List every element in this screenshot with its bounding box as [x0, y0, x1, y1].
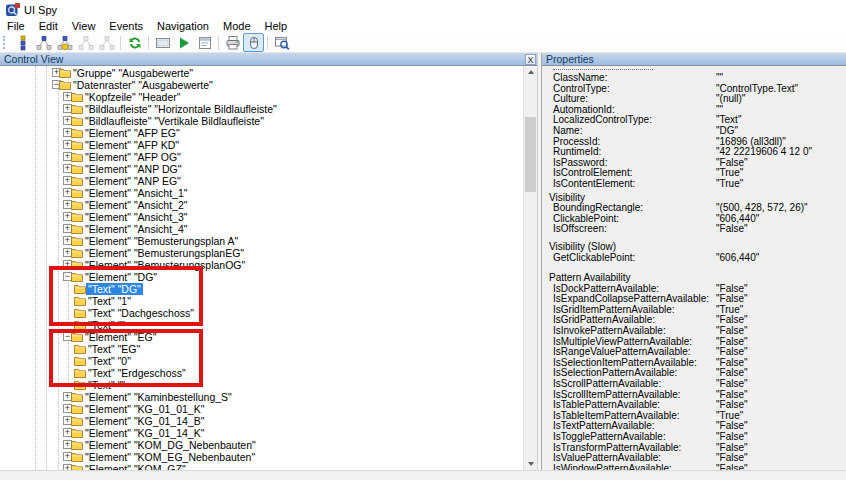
- bottom-strip: [0, 470, 846, 480]
- tree-item[interactable]: +"Element" "Ansicht_2": [0, 199, 524, 211]
- tree-item[interactable]: "Text" "Erdgeschoss": [0, 367, 524, 379]
- events-window-button[interactable]: [194, 33, 215, 52]
- tree-item-label: "Element" "KG_01_01_K": [83, 403, 206, 415]
- tree-guide-line: [68, 342, 69, 384]
- tree-item-label: "Gruppe" "Ausgabewerte": [71, 67, 195, 79]
- tree-item-label: "Text" "0": [86, 355, 133, 367]
- tree-item[interactable]: +"Element" "Ansicht_1": [0, 187, 524, 199]
- tree-item[interactable]: −"Datenraster" "Ausgabewerte": [0, 79, 524, 91]
- folder-icon: [71, 104, 83, 114]
- folder-icon: [74, 356, 86, 366]
- tree-item-label: "Text" "Erdgeschoss": [86, 367, 188, 379]
- property-value: "DG": [716, 126, 846, 137]
- screen-button[interactable]: [152, 33, 173, 52]
- tree-item[interactable]: +"Element" "BemusterungsplanOG": [0, 259, 524, 271]
- tree-item[interactable]: +"Element" "AFP EG": [0, 127, 524, 139]
- control-view-button[interactable]: [54, 33, 75, 52]
- tree-item[interactable]: +"Element" "Ansicht_3": [0, 211, 524, 223]
- raw-view-button[interactable]: [33, 33, 54, 52]
- menu-file[interactable]: File: [0, 19, 32, 33]
- property-row: IsTogglePatternAvailable:"False": [542, 432, 846, 443]
- tree-item[interactable]: +"Element" "Kaminbestellung_S": [0, 391, 524, 403]
- tree-item-label: "Datenraster" "Ausgabewerte": [71, 79, 215, 91]
- tree-item[interactable]: +"Element" "ANP DG": [0, 163, 524, 175]
- property-row: GetClickablePoint:"606,440": [542, 253, 846, 264]
- control-view-header: Control View X: [0, 53, 538, 66]
- tree-item[interactable]: +"Element" "AFP KD": [0, 139, 524, 151]
- menu-mode[interactable]: Mode: [216, 19, 258, 33]
- tree-item-label: "Element" "BemusterungsplanOG": [83, 259, 247, 271]
- menu-help[interactable]: Help: [258, 19, 295, 33]
- tree-item[interactable]: −"Element" "DG": [0, 271, 524, 283]
- folder-icon: [71, 212, 83, 222]
- folder-icon: [71, 140, 83, 150]
- property-label: IsContentElement:: [553, 179, 716, 190]
- tree-item[interactable]: +"Kopfzeile" "Header": [0, 91, 524, 103]
- close-button[interactable]: X: [525, 54, 536, 65]
- tree-item[interactable]: +"Element" "Ansicht_4": [0, 223, 524, 235]
- folder-icon: [71, 272, 83, 282]
- control-view-panel: Control View X +"Gruppe" "Ausgabewerte"−…: [0, 53, 538, 470]
- menu-edit[interactable]: Edit: [32, 19, 65, 33]
- tree-item-label: "Element" "AFP EG": [83, 127, 182, 139]
- scroll-down-icon[interactable]: [524, 458, 537, 470]
- folder-icon: [74, 296, 86, 306]
- tree-item-label: "Element" "Ansicht_1": [83, 187, 189, 199]
- tree-item[interactable]: +"Gruppe" "Ausgabewerte": [0, 67, 524, 79]
- tree-item-label-selected: "Text" "DG": [86, 283, 143, 295]
- property-value: "606,440": [716, 253, 846, 264]
- tree-guide-line: [46, 66, 47, 470]
- tree-item[interactable]: −"Element" "EG": [0, 331, 524, 343]
- tree-item[interactable]: "Text" "": [0, 379, 524, 391]
- tree-item[interactable]: "Text" "0": [0, 355, 524, 367]
- property-row: ClassName:"": [542, 73, 846, 84]
- tree-item-label: "Element" "KOM_GZ": [83, 463, 188, 470]
- tree-item[interactable]: +"Element" "KG_01_01_K": [0, 403, 524, 415]
- tree-item[interactable]: "Text" "": [0, 319, 524, 331]
- print-button[interactable]: [222, 33, 243, 52]
- tree-item[interactable]: +"Element" "ANP EG": [0, 175, 524, 187]
- tree-item[interactable]: +"Element" "KOM_GZ": [0, 463, 524, 470]
- property-row: Name:"DG": [542, 126, 846, 137]
- toolbar-separator: [267, 36, 268, 50]
- tree-item-label: "Element" "EG": [83, 331, 159, 343]
- refresh-button[interactable]: [124, 33, 145, 52]
- tree-item[interactable]: +"Element" "Bemusterungsplan A": [0, 235, 524, 247]
- tree-item-label: "Element" "BemusterungsplanEG": [83, 247, 246, 259]
- tree-item[interactable]: "Text" "Dachgeschoss": [0, 307, 524, 319]
- scroll-up-icon[interactable]: [524, 66, 537, 78]
- tree-item-label: "Text" "EG": [86, 343, 142, 355]
- toolbar-grip: [3, 36, 9, 49]
- tree-item[interactable]: +"Element" "AFP OG": [0, 151, 524, 163]
- tree-item-label: "Text" "": [86, 319, 127, 331]
- tree-item[interactable]: "Text" "1": [0, 295, 524, 307]
- menu-navigation[interactable]: Navigation: [150, 19, 216, 33]
- tree-item[interactable]: +"Element" "BemusterungsplanEG": [0, 247, 524, 259]
- scrollbar-thumb[interactable]: [525, 117, 536, 192]
- element-finder-button[interactable]: [271, 33, 292, 52]
- tree-item[interactable]: +"Element" "KOM_EG_Nebenbauten": [0, 451, 524, 463]
- tree-scrollbar[interactable]: [523, 66, 538, 470]
- mouse-tracking-button[interactable]: [243, 33, 264, 52]
- folder-icon: [71, 452, 83, 462]
- tree-item[interactable]: "Text" "DG": [0, 283, 524, 295]
- folder-icon: [71, 164, 83, 174]
- property-group: Pattern AvailabilityIsDockPatternAvailab…: [542, 273, 846, 470]
- menu-view[interactable]: View: [65, 19, 103, 33]
- tree-item-label: "Element" "Kaminbestellung_S": [83, 391, 234, 403]
- tree-item[interactable]: +"Element" "KOM_DG_Nebenbauten": [0, 439, 524, 451]
- tree-item[interactable]: +"Bildlaufleiste" "Horizontale Bildlaufl…: [0, 103, 524, 115]
- tree-item-label: "Element" "AFP KD": [83, 139, 181, 151]
- menu-events[interactable]: Events: [102, 19, 150, 33]
- property-row: LocalizedControlType:"Text": [542, 115, 846, 126]
- tree-item[interactable]: "Text" "EG": [0, 343, 524, 355]
- tree-item-label: "Bildlaufleiste" "Vertikale Bildlaufleis…: [83, 115, 266, 127]
- property-group: VisibilityBoundingRectangle:"(500, 428, …: [542, 193, 846, 235]
- tree-item[interactable]: +"Element" "KG_01_14_B": [0, 415, 524, 427]
- tree-item[interactable]: +"Bildlaufleiste" "Vertikale Bildlauflei…: [0, 115, 524, 127]
- raw-view-icon: [36, 35, 52, 51]
- tree-item-label: "Element" "Ansicht_3": [83, 211, 189, 223]
- tree-elements-button[interactable]: [12, 33, 33, 52]
- tree-item[interactable]: +"Element" "KG_01_14_K": [0, 427, 524, 439]
- start-button[interactable]: [173, 33, 194, 52]
